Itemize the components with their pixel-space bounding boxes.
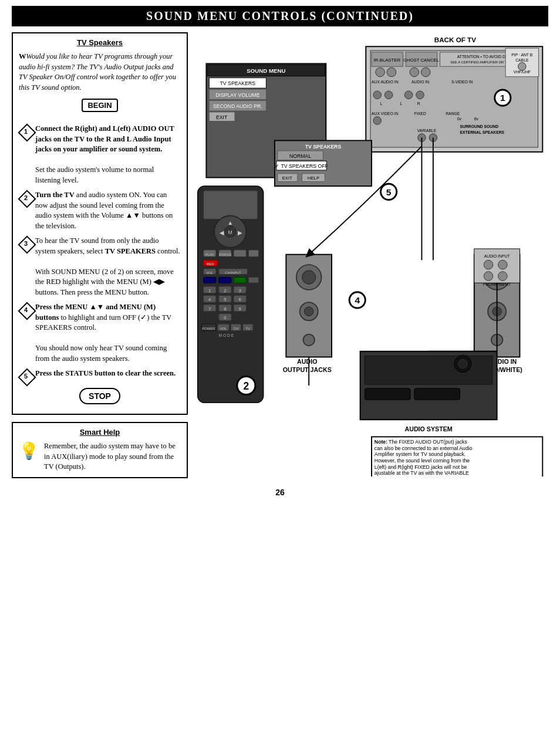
step-3-marker: 3: [19, 236, 33, 251]
svg-text:TV SPEAKERS: TV SPEAKERS: [220, 80, 256, 86]
begin-badge: BEGIN: [82, 99, 117, 112]
svg-rect-153: [365, 388, 410, 400]
svg-point-11: [410, 67, 419, 77]
svg-text:GHOST CANCEL: GHOST CANCEL: [403, 58, 440, 63]
svg-text:L: L: [380, 102, 383, 106]
svg-text:DISPLAY VOLUME: DISPLAY VOLUME: [215, 92, 259, 98]
step-2-body: Turn the TV and audio system ON. You can…: [35, 190, 181, 231]
svg-text:4: 4: [208, 297, 211, 302]
page: Sound Menu Controls (continued) TV Speak…: [0, 0, 560, 737]
svg-text:6v: 6v: [474, 117, 479, 121]
svg-rect-65: [204, 191, 258, 219]
svg-point-156: [458, 359, 468, 368]
stop-badge: STOP: [79, 388, 120, 404]
svg-point-147: [498, 260, 508, 269]
svg-text:Amplifier system for TV sound : Amplifier system for TV sound playback.: [375, 451, 465, 457]
svg-text:VOL: VOL: [206, 271, 213, 275]
svg-text:4: 4: [355, 295, 360, 305]
svg-text:PIP · ANT B: PIP · ANT B: [511, 53, 532, 57]
page-header: Sound Menu Controls (continued): [12, 6, 548, 26]
svg-text:can also be connected to an ex: can also be connected to an external Aud…: [375, 445, 473, 451]
svg-text:The FIXED AUDIO OUT(put) jacks: The FIXED AUDIO OUT(put) jacks: [389, 439, 467, 445]
svg-text:AUX AUDIO IN: AUX AUDIO IN: [372, 80, 399, 84]
right-column: BACK OF TV IR-BLASTER GHOST CANCEL ATTEN…: [195, 32, 548, 479]
svg-point-131: [303, 334, 314, 346]
svg-point-149: [498, 272, 508, 281]
svg-point-148: [484, 272, 493, 281]
svg-text:M: M: [228, 229, 232, 235]
step-4-marker: 4: [19, 303, 33, 317]
svg-text:AUDIO SYSTEM: AUDIO SYSTEM: [404, 425, 452, 432]
svg-rect-154: [414, 388, 460, 400]
svg-text:1: 1: [208, 288, 211, 293]
step-3-body: To hear the TV sound from only the audio…: [35, 236, 181, 297]
svg-point-146: [484, 260, 493, 269]
svg-rect-85: [204, 278, 216, 283]
svg-point-10: [387, 67, 396, 77]
svg-point-128: [302, 271, 316, 284]
main-content: TV Speakers WWould you like to hear TV p…: [12, 32, 548, 479]
svg-text:SOUND MENU: SOUND MENU: [247, 67, 285, 74]
svg-text:▶: ▶: [238, 229, 242, 236]
svg-text:0v: 0v: [457, 117, 462, 121]
svg-point-24: [373, 91, 382, 99]
step-1-marker: 1: [19, 124, 33, 138]
step-2-marker: 2: [19, 191, 33, 205]
tv-speakers-section: TV Speakers WWould you like to hear TV p…: [12, 32, 188, 415]
step-4: 4 Press the MENU ▲▼ and MENU (M) buttons…: [19, 302, 181, 364]
svg-text:M   O   D   E: M O D E: [218, 333, 234, 337]
svg-rect-87: [234, 278, 246, 283]
diagram-svg: BACK OF TV IR-BLASTER GHOST CANCEL ATTEN…: [195, 32, 548, 476]
svg-text:IR-BLASTER: IR-BLASTER: [373, 58, 400, 63]
svg-text:7: 7: [208, 306, 211, 312]
svg-text:1: 1: [500, 93, 505, 103]
svg-text:9: 9: [239, 306, 241, 312]
svg-text:0: 0: [224, 315, 226, 320]
svg-text:STATUS: STATUS: [218, 253, 231, 256]
step-5-body: Press the STATUS button to clear the scr…: [35, 368, 181, 379]
svg-text:8: 8: [224, 306, 226, 312]
svg-point-12: [421, 67, 430, 77]
svg-text:AUDIO INPUT: AUDIO INPUT: [484, 254, 510, 258]
svg-text:EXIT: EXIT: [282, 175, 292, 181]
svg-text:AUDIO: AUDIO: [297, 358, 317, 365]
svg-text:L(eft) and R(ight) FIXED jacks: L(eft) and R(ight) FIXED jacks will not …: [375, 464, 467, 470]
svg-text:HELP: HELP: [308, 175, 319, 181]
back-of-tv-label: BACK OF TV: [434, 36, 476, 43]
svg-text:S-VIDEO IN: S-VIDEO IN: [451, 80, 473, 84]
smart-help-text: Remember, the audio system may have to b…: [44, 441, 181, 472]
svg-text:SURROUND SOUND: SURROUND SOUND: [460, 124, 498, 129]
svg-text:However, the sound level comin: However, the sound level coming from the: [375, 458, 470, 464]
svg-text:AUX VIDEO IN: AUX VIDEO IN: [372, 111, 399, 116]
svg-text:CH: CH: [234, 327, 238, 330]
left-column: TV Speakers WWould you like to hear TV p…: [12, 32, 188, 478]
svg-text:FIXED: FIXED: [414, 111, 426, 116]
svg-rect-78: [248, 250, 258, 257]
svg-point-27: [416, 91, 424, 99]
svg-text:3: 3: [239, 288, 241, 293]
svg-point-32: [373, 117, 382, 125]
smart-help-title: Smart Help: [19, 428, 181, 437]
svg-point-26: [404, 91, 413, 99]
svg-text:RED: RED: [207, 262, 214, 266]
page-number: 26: [12, 488, 548, 497]
svg-text:ajustable at the TV as with th: ajustable at the TV as with the VARIABLE: [375, 470, 469, 476]
svg-text:NORMAL: NORMAL: [289, 153, 311, 159]
svg-rect-86: [219, 278, 231, 283]
svg-text:VOL: VOL: [220, 327, 227, 330]
svg-rect-88: [248, 278, 258, 283]
svg-text:EXTERNAL SPEAKERS: EXTERNAL SPEAKERS: [460, 130, 504, 134]
svg-text:TV: TV: [246, 327, 251, 330]
svg-text:CABLE: CABLE: [515, 58, 529, 62]
svg-text:TV SPEAKERS: TV SPEAKERS: [305, 144, 342, 150]
svg-point-18: [518, 62, 527, 70]
svg-text:POWER: POWER: [202, 327, 215, 330]
intro-paragraph: WWould you like to hear TV programs thro…: [19, 52, 181, 93]
svg-point-25: [384, 91, 393, 99]
header-title: Sound Menu Controls (continued): [146, 9, 414, 22]
svg-rect-152: [365, 356, 492, 385]
lightbulb-icon: 💡: [19, 441, 39, 461]
svg-text:L: L: [400, 102, 403, 106]
svg-rect-77: [234, 250, 246, 257]
step-1: 1 Connect the R(ight) and L(eft) AUDIO O…: [19, 124, 181, 185]
